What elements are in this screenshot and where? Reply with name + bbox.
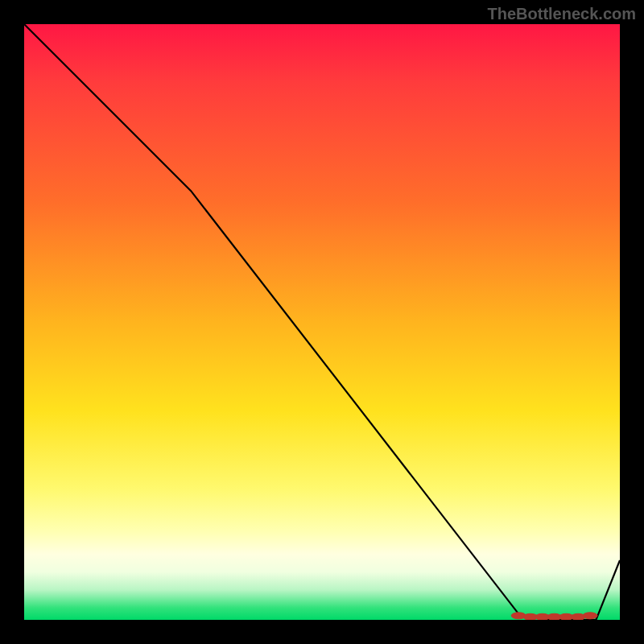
watermark-text: TheBottleneck.com	[488, 5, 636, 23]
chart-markers	[511, 613, 597, 620]
chart-marker	[583, 613, 597, 619]
chart-line	[24, 24, 620, 620]
chart-plot-area	[24, 24, 620, 620]
chart-svg-layer	[24, 24, 620, 620]
